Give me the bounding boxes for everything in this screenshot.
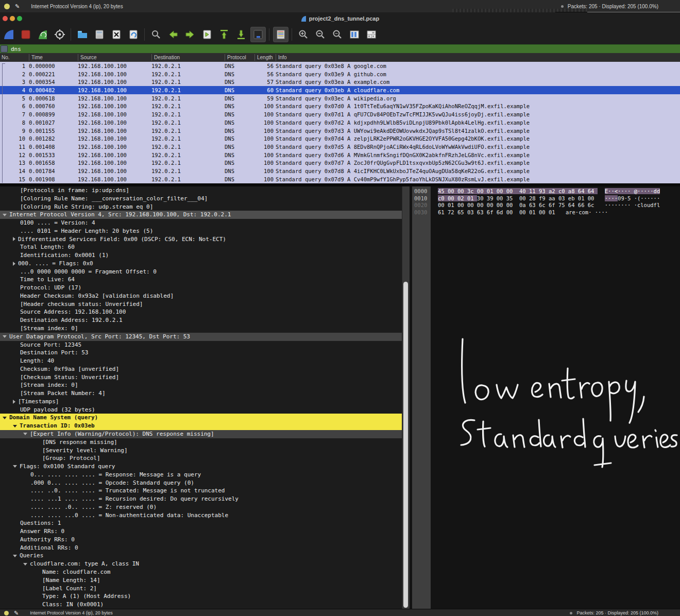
packet-row[interactable]: 50.000618192.168.100.100192.0.2.1DNS59St… (0, 94, 680, 102)
expanded-chevron-icon[interactable] (13, 465, 17, 468)
detail-row[interactable]: cloudflare.com: type A, class IN (0, 560, 402, 568)
detail-row[interactable]: .... ...1 .... .... = Recursion desired:… (0, 495, 402, 503)
detail-row[interactable]: ...0 0000 0000 0000 = Fragment Offset: 0 (0, 268, 402, 276)
detail-row[interactable]: Additional RRs: 0 (0, 544, 402, 552)
zoom-reset-button[interactable] (330, 27, 345, 42)
column-header-no[interactable]: No. (0, 54, 29, 61)
collapsed-chevron-icon[interactable] (13, 237, 15, 241)
packet-row[interactable]: 40.000482192.168.100.100192.0.2.1DNS60St… (0, 86, 680, 94)
go-forward-button[interactable] (182, 27, 198, 42)
close-file-button[interactable] (109, 27, 124, 42)
detail-row[interactable]: [Group: Protocol] (0, 454, 402, 463)
detail-row[interactable]: Source Port: 12345 (0, 341, 402, 349)
detail-row[interactable]: UDP payload (32 bytes) (0, 406, 402, 414)
expanded-chevron-icon[interactable] (13, 425, 17, 427)
detail-row[interactable]: Protocol: UDP (17) (0, 284, 402, 292)
detail-row[interactable]: Flags: 0x0100 Standard query (0, 463, 402, 471)
start-capture-button[interactable] (1, 27, 16, 42)
save-file-button[interactable] (92, 27, 107, 42)
packet-row[interactable]: 70.000899192.168.100.100192.0.2.1DNS100S… (0, 110, 680, 118)
detail-row[interactable]: Transaction ID: 0x03eb (0, 422, 402, 430)
detail-row[interactable]: [Coloring Rule Name: ___conversation_col… (0, 195, 402, 203)
expanded-chevron-icon[interactable] (13, 555, 17, 557)
detail-row[interactable]: Header Checksum: 0x93a2 [validation disa… (0, 292, 402, 300)
detail-row[interactable]: .... 0101 = Header Length: 20 bytes (5) (0, 227, 402, 235)
zoom-in-button[interactable] (296, 27, 311, 42)
detail-row[interactable]: [Coloring Rule String: udp.stream eq 0] (0, 203, 402, 211)
detail-row[interactable]: .... ..0. .... .... = Truncated: Message… (0, 487, 402, 495)
column-header-length[interactable]: Length (254, 54, 276, 61)
detail-row[interactable]: 0... .... .... .... = Response: Message … (0, 471, 402, 479)
packet-row[interactable]: 120.001533192.168.100.100192.0.2.1DNS100… (0, 151, 680, 159)
detail-row[interactable]: Destination Address: 192.0.2.1 (0, 316, 402, 324)
auto-scroll-button[interactable] (250, 27, 266, 42)
detail-row[interactable]: [Severity level: Warning] (0, 447, 402, 455)
detail-row[interactable]: Source Address: 192.168.100.100 (0, 308, 402, 316)
detail-row[interactable]: Time to Live: 64 (0, 276, 402, 284)
detail-row[interactable]: .... .... .0.. .... = Z: reserved (0) (0, 503, 402, 511)
column-header-info[interactable]: Info (276, 54, 680, 61)
detail-row[interactable]: Differentiated Services Field: 0x00 (DSC… (0, 235, 402, 244)
go-back-button[interactable] (165, 27, 181, 42)
packet-row[interactable]: 100.001282192.168.100.100192.0.2.1DNS100… (0, 134, 680, 143)
stop-capture-button[interactable] (18, 27, 33, 42)
detail-row[interactable]: [Timestamps] (0, 398, 402, 406)
detail-row[interactable]: Authority RRs: 0 (0, 536, 402, 544)
packet-row[interactable]: 150.001908192.168.100.100192.0.2.1DNS100… (0, 175, 680, 183)
packet-row[interactable]: 110.001408192.168.100.100192.0.2.1DNS100… (0, 143, 680, 151)
reload-file-button[interactable] (126, 27, 141, 42)
detail-row[interactable]: .... .... ...0 .... = Non-authenticated … (0, 511, 402, 520)
detail-row[interactable]: [DNS response missing] (0, 438, 402, 447)
detail-row[interactable]: Questions: 1 (0, 519, 402, 527)
find-packet-button[interactable] (148, 27, 164, 42)
detail-row[interactable]: Domain Name System (query) (0, 414, 402, 422)
detail-row[interactable]: Total Length: 60 (0, 243, 402, 251)
capture-options-button[interactable] (52, 27, 67, 42)
packet-row[interactable]: 80.001027192.168.100.100192.0.2.1DNS100S… (0, 118, 680, 127)
detail-row[interactable]: [Label Count: 2] (0, 585, 402, 593)
detail-row[interactable]: [Expert Info (Warning/Protocol): DNS res… (0, 430, 402, 438)
packet-row[interactable]: 90.001155192.168.100.100192.0.2.1DNS100S… (0, 127, 680, 135)
detail-row[interactable]: User Datagram Protocol, Src Port: 12345,… (0, 333, 402, 341)
packet-row[interactable]: 10.000000192.168.100.100192.0.2.1DNS56St… (0, 62, 680, 70)
detail-row[interactable]: 0100 .... = Version: 4 (0, 219, 402, 227)
display-filter-bar[interactable]: dns (0, 45, 680, 53)
hex-row[interactable]: 000045 00 00 3c 00 01 00 00 40 11 93 a2 … (410, 188, 680, 195)
display-filter-input[interactable]: dns (11, 46, 21, 53)
column-header-protocol[interactable]: Protocol (225, 54, 254, 61)
column-header-source[interactable]: Source (78, 54, 151, 61)
detail-row[interactable]: .000 0... .... .... = Opcode: Standard q… (0, 479, 402, 487)
detail-row[interactable]: [Checksum Status: Unverified] (0, 373, 402, 382)
colorize-button[interactable] (273, 27, 288, 42)
zoom-out-button[interactable] (313, 27, 328, 42)
detail-row[interactable]: [Stream index: 0] (0, 381, 402, 389)
detail-row[interactable]: [Protocols in frame: ip:udp:dns] (0, 186, 402, 195)
detail-row[interactable]: Checksum: 0xf9aa [unverified] (0, 365, 402, 373)
go-to-top-button[interactable] (216, 27, 232, 42)
packet-row[interactable]: 30.000354192.168.100.100192.0.2.1DNS57St… (0, 78, 680, 86)
expanded-chevron-icon[interactable] (23, 563, 27, 566)
hex-row[interactable]: 002000 01 00 00 00 00 00 00 0a 63 6c 6f … (410, 202, 680, 209)
detail-row[interactable]: Destination Port: 53 (0, 349, 402, 357)
detail-row[interactable]: [Stream index: 0] (0, 324, 402, 333)
details-scrollbar[interactable] (402, 186, 410, 609)
filter-bookmark-icon[interactable] (1, 45, 8, 53)
detail-row[interactable]: 000. .... = Flags: 0x0 (0, 260, 402, 268)
expanded-chevron-icon[interactable] (3, 417, 7, 419)
resize-columns-button[interactable] (347, 27, 362, 42)
expanded-chevron-icon[interactable] (23, 433, 27, 435)
collapsed-chevron-icon[interactable] (13, 262, 15, 266)
detail-row[interactable]: Length: 40 (0, 357, 402, 365)
detail-row[interactable]: Identification: 0x0001 (1) (0, 251, 402, 260)
go-to-packet-button[interactable] (199, 27, 215, 42)
hex-row[interactable]: 0010c0 00 02 01 30 39 00 35 00 28 f9 aa … (410, 195, 680, 202)
expanded-chevron-icon[interactable] (3, 214, 7, 216)
restart-capture-button[interactable] (35, 27, 50, 42)
detail-row[interactable]: Queries (0, 552, 402, 560)
collapsed-chevron-icon[interactable] (13, 400, 15, 404)
fit-columns-button[interactable] (364, 27, 379, 42)
go-to-bottom-button[interactable] (233, 27, 249, 42)
hex-row[interactable]: 003061 72 65 03 63 6f 6d 00 00 01 00 01 … (410, 209, 680, 216)
details-scrollbar-thumb[interactable] (403, 282, 408, 608)
expanded-chevron-icon[interactable] (3, 335, 7, 338)
